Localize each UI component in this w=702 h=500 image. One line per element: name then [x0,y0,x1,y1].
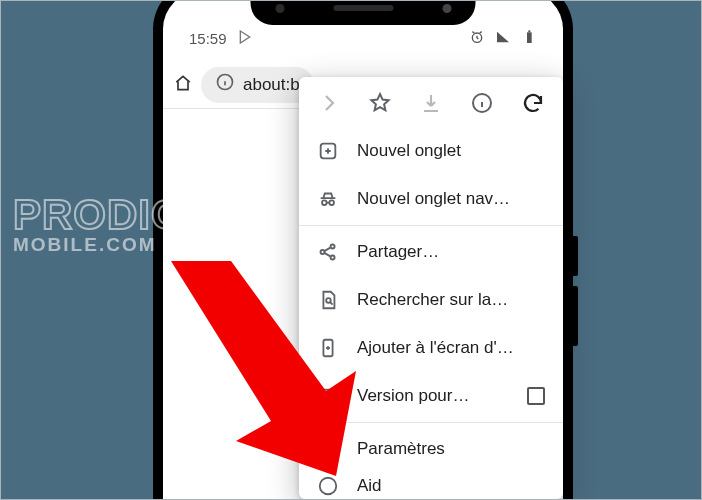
menu-item-desktop-site[interactable]: Version pour… [299,372,563,420]
svg-point-11 [326,298,331,303]
menu-item-label: Aid [357,476,545,496]
incognito-icon [317,188,339,210]
find-in-page-icon [317,289,339,311]
battery-icon [521,29,537,48]
download-icon[interactable] [419,91,443,115]
menu-item-label: Partager… [357,242,545,262]
menu-action-row [299,77,563,127]
help-icon [317,475,339,497]
menu-divider [299,422,563,423]
menu-item-incognito[interactable]: Nouvel onglet nav… [299,175,563,223]
menu-item-label: Rechercher sur la… [357,290,545,310]
add-to-home-icon [317,337,339,359]
menu-item-add-to-home[interactable]: Ajouter à l'écran d'… [299,324,563,372]
svg-rect-1 [527,32,532,43]
forward-icon[interactable] [317,91,341,115]
svg-point-6 [322,200,327,205]
watermark-line2: MOBILE.COM [13,236,214,253]
new-tab-icon [317,140,339,162]
svg-point-10 [331,255,335,259]
menu-item-help-cut[interactable]: Aid [299,473,563,499]
svg-rect-13 [320,390,337,401]
menu-item-label: Paramètres [357,439,545,459]
menu-item-label: Nouvel onglet nav… [357,189,545,209]
menu-item-share[interactable]: Partager… [299,228,563,276]
signal-icon [495,29,511,48]
phone-notch [251,0,476,25]
watermark-logo: PRODIGE MOBILE.COM [13,196,214,253]
phone-side-button [572,236,578,276]
alarm-icon [469,29,485,48]
menu-item-label: Version pour… [357,386,503,406]
watermark-line1: PRODIGE [13,196,214,234]
address-bar[interactable]: about:b [201,67,314,103]
reload-icon[interactable] [521,91,545,115]
desktop-site-checkbox[interactable] [527,387,545,405]
svg-point-9 [331,244,335,248]
menu-item-label: Ajouter à l'écran d'… [357,338,545,358]
menu-item-new-tab[interactable]: Nouvel onglet [299,127,563,175]
menu-divider [299,225,563,226]
info-icon[interactable] [470,91,494,115]
overflow-menu: Nouvel onglet Nouvel onglet nav… Partage… [299,77,563,499]
share-icon [317,241,339,263]
svg-point-14 [325,446,331,452]
gear-icon [317,438,339,460]
menu-item-settings[interactable]: Paramètres [299,425,563,473]
svg-point-15 [320,478,337,495]
info-icon [215,72,235,97]
status-bar: 15:59 [163,25,563,51]
svg-point-8 [320,250,324,254]
menu-item-find-in-page[interactable]: Rechercher sur la… [299,276,563,324]
svg-point-7 [329,200,334,205]
home-icon[interactable] [173,73,193,97]
status-time: 15:59 [189,30,227,47]
url-text: about:b [243,75,300,95]
phone-side-button [572,286,578,346]
desktop-icon [317,385,339,407]
menu-item-label: Nouvel onglet [357,141,545,161]
bookmark-star-icon[interactable] [368,91,392,115]
play-store-icon [237,29,253,48]
svg-rect-2 [528,30,530,32]
